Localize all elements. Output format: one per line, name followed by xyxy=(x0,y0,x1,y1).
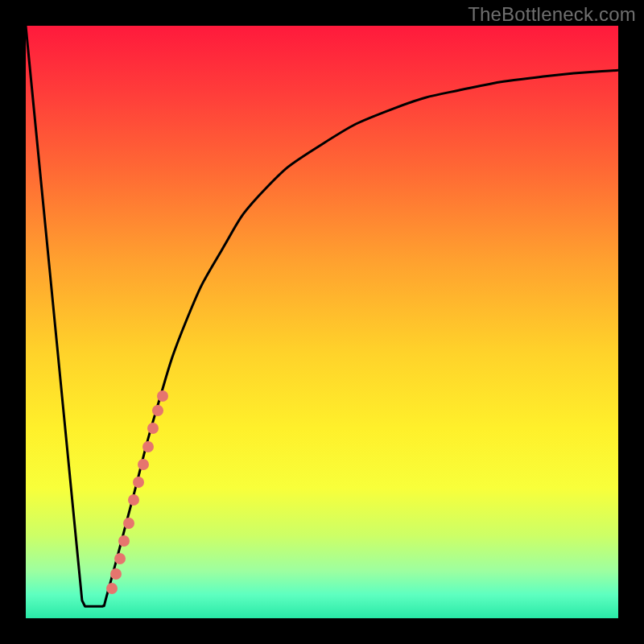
plot-area xyxy=(26,26,618,618)
attribution-text: TheBottleneck.com xyxy=(468,3,636,26)
highlight-dot xyxy=(106,583,118,594)
highlight-dot xyxy=(133,477,144,488)
highlight-dot xyxy=(114,553,126,564)
highlight-dot xyxy=(157,390,168,402)
chart-frame: TheBottleneck.com xyxy=(0,0,644,644)
curve-svg xyxy=(26,26,618,618)
highlight-dot xyxy=(152,405,163,416)
highlight-dot xyxy=(138,459,149,470)
highlight-dot xyxy=(110,568,122,580)
highlight-dot xyxy=(147,423,159,434)
highlight-dot xyxy=(142,441,154,452)
highlight-dot xyxy=(128,494,139,506)
bottleneck-curve-path xyxy=(26,26,618,606)
highlight-dot xyxy=(123,518,134,529)
highlight-dot xyxy=(118,535,130,547)
